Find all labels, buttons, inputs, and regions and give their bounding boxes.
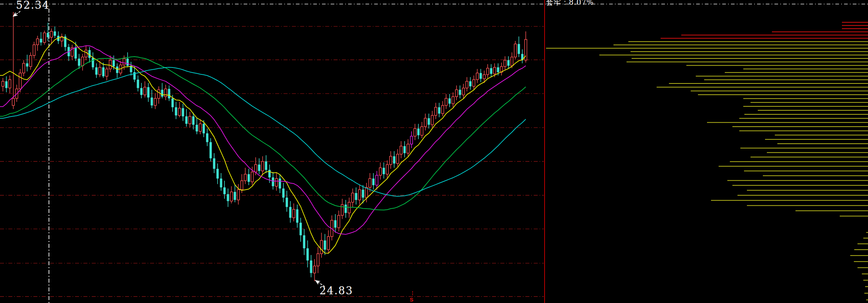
- chip-bar-profit: [865, 286, 868, 287]
- candle: [220, 173, 222, 191]
- candle: [310, 255, 312, 277]
- chip-bar-trapped: [681, 35, 868, 36]
- candle: [459, 86, 461, 99]
- candle-body: [324, 241, 326, 250]
- candle: [168, 86, 170, 101]
- candle: [106, 66, 108, 80]
- annotation-arrows: [13, 11, 325, 287]
- chip-bar-profit: [758, 110, 868, 111]
- chip-bar-profit: [719, 166, 868, 167]
- ma-line-ma_green: [0, 57, 526, 210]
- candle: [414, 124, 416, 140]
- candle: [473, 75, 475, 90]
- high-arrow: [13, 11, 20, 17]
- candle: [82, 54, 84, 71]
- chip-bar-profit: [599, 55, 868, 56]
- candle: [400, 141, 402, 158]
- chip-bar-profit: [743, 69, 868, 69]
- candle: [435, 103, 437, 119]
- candle-body: [220, 179, 222, 187]
- candle-body: [192, 116, 194, 125]
- candle-body: [178, 108, 181, 115]
- chip-bar-profit: [744, 114, 868, 115]
- candle-body: [296, 209, 298, 223]
- candle-body: [334, 220, 336, 228]
- candle: [507, 56, 509, 69]
- candle-body: [376, 175, 378, 185]
- candle-body: [258, 165, 260, 171]
- candle-body: [123, 59, 125, 65]
- candle: [344, 200, 347, 218]
- chip-bar-profit: [775, 135, 868, 135]
- candle: [137, 75, 139, 91]
- candle: [289, 201, 292, 223]
- candle-body: [147, 87, 149, 98]
- candle: [438, 103, 440, 117]
- candle: [5, 76, 7, 92]
- chip-bar-profit: [863, 238, 868, 238]
- candle-body: [165, 89, 167, 97]
- candle-body: [428, 118, 430, 125]
- chip-bar-profit: [767, 152, 868, 153]
- candle-body: [473, 79, 475, 86]
- candle: [320, 233, 322, 258]
- candle-body: [487, 68, 489, 75]
- chip-bar-profit: [739, 118, 868, 119]
- candle: [61, 34, 63, 47]
- candle: [327, 230, 330, 254]
- chip-bar-trapped: [842, 25, 868, 26]
- candle-body: [279, 179, 281, 189]
- candle-body: [33, 45, 35, 56]
- candle: [43, 31, 45, 45]
- candle-body: [466, 81, 468, 88]
- candle-body: [449, 98, 451, 104]
- chip-bar-profit: [707, 122, 868, 123]
- candle-body: [85, 50, 87, 57]
- candle: [144, 81, 146, 98]
- candle: [158, 86, 160, 104]
- trapped-ratio-label: 套牢：8.07%: [546, 0, 594, 6]
- chip-bar-profit: [698, 94, 868, 95]
- candle-body: [507, 60, 509, 66]
- candle: [379, 163, 381, 180]
- candle: [178, 102, 181, 117]
- candle: [196, 118, 198, 134]
- kline-chart-canvas[interactable]: [0, 0, 868, 303]
- kline-window: 52.34 24.83 套牢：8.07% S: [0, 0, 868, 303]
- chip-bar-profit: [725, 72, 868, 73]
- candle-body: [417, 128, 419, 135]
- candle: [147, 83, 149, 102]
- candle: [248, 169, 250, 185]
- candle-body: [43, 33, 45, 43]
- candle-body: [431, 115, 433, 125]
- candle-body: [74, 48, 77, 59]
- candle: [397, 149, 399, 167]
- candle-body: [241, 181, 243, 190]
- chip-bar-profit: [743, 106, 868, 107]
- candle-body: [29, 56, 32, 67]
- candle-body: [36, 39, 38, 45]
- candle-body: [421, 127, 423, 135]
- candle-body: [199, 124, 201, 131]
- chip-bar-profit: [747, 205, 868, 206]
- candle: [442, 101, 444, 116]
- chip-bar-profit: [854, 249, 868, 250]
- ma-line-ma_yellow: [0, 37, 526, 253]
- candle-body: [483, 75, 485, 79]
- candle: [99, 61, 101, 77]
- candle-body: [102, 67, 104, 77]
- candle: [376, 171, 378, 189]
- chip-bar-profit: [795, 210, 868, 211]
- candle: [175, 102, 177, 119]
- candle-body: [112, 60, 115, 67]
- candle-body: [127, 59, 129, 66]
- candle-body: [216, 169, 219, 179]
- high-price-label: 52.34: [16, 0, 50, 11]
- candle-body: [320, 241, 322, 254]
- candle-body: [397, 154, 399, 164]
- candle: [189, 112, 191, 128]
- candle-body: [400, 146, 402, 154]
- chip-bar-profit: [727, 180, 868, 181]
- candle: [154, 93, 156, 109]
- candle: [234, 185, 236, 202]
